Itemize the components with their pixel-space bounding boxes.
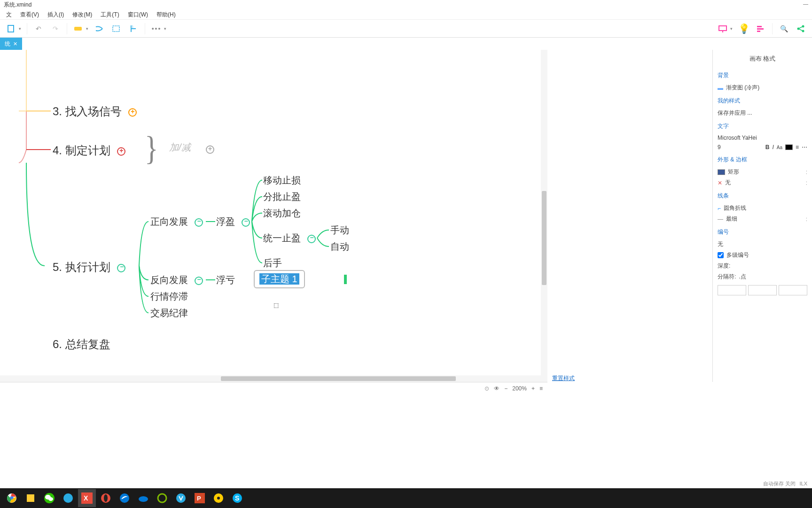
multilevel-checkbox[interactable]: 多级编号	[718, 250, 807, 261]
node-4-ghost[interactable]: 加/减	[169, 141, 191, 154]
node-rolling[interactable]: 滚动加仓	[263, 207, 301, 220]
taskbar-wps[interactable]	[172, 489, 190, 507]
node-fuying[interactable]: 浮盈	[216, 215, 250, 228]
taskbar-opera[interactable]	[97, 489, 115, 507]
collapse-icon[interactable]	[242, 218, 250, 227]
node-manual[interactable]: 手动	[330, 224, 349, 237]
menu-window[interactable]: 窗口(W)	[124, 9, 152, 19]
node-auto[interactable]: 自动	[330, 240, 349, 253]
collapse-icon[interactable]	[117, 264, 125, 272]
chevron-down-icon[interactable]: ▾	[86, 26, 88, 31]
share-button[interactable]	[794, 22, 808, 36]
node-5[interactable]: 5. 执行计划	[53, 260, 125, 275]
chevron-down-icon[interactable]: ▾	[730, 26, 733, 31]
numbering-none[interactable]: 无	[718, 240, 723, 248]
more-text-button[interactable]: ⋯	[802, 144, 807, 151]
menu-help[interactable]: 帮助(H)	[152, 9, 180, 19]
collapse-icon[interactable]	[195, 218, 203, 227]
topic-button[interactable]	[71, 22, 86, 36]
taskbar-disc[interactable]	[210, 489, 227, 507]
separator-value[interactable]: .点	[739, 273, 746, 281]
shape-fill-row[interactable]: 矩形 :	[718, 167, 807, 177]
font-name[interactable]: Microsoft YaHei	[718, 135, 757, 141]
node-4[interactable]: 4. 制定计划	[53, 143, 125, 158]
menu-modify[interactable]: 修改(M)	[68, 9, 96, 19]
menu-view[interactable]: 查看(V)	[16, 9, 43, 19]
chevron-down-icon[interactable]: ▾	[164, 26, 166, 31]
text-color-button[interactable]	[785, 144, 793, 150]
italic-button[interactable]: I	[772, 144, 773, 151]
node-stag[interactable]: 行情停滞	[150, 290, 188, 303]
align-button[interactable]: ≡	[796, 144, 799, 151]
zoom-out-button[interactable]: −	[504, 385, 508, 392]
background-row[interactable]: ▬ 渐变图 (冷声)	[718, 82, 807, 93]
node-discipline[interactable]: 交易纪律	[150, 307, 188, 319]
relationship-button[interactable]	[93, 22, 107, 36]
format-btn-2[interactable]	[748, 285, 777, 295]
case-button[interactable]: Aa	[777, 145, 782, 150]
gantt-button[interactable]	[754, 22, 768, 36]
undo-button[interactable]: ↶	[31, 22, 46, 36]
taskbar-edge[interactable]	[116, 489, 133, 507]
eye-icon[interactable]: 👁	[494, 385, 500, 392]
chevron-down-icon[interactable]: ▾	[19, 26, 21, 31]
new-button[interactable]	[4, 22, 18, 36]
taskbar-skype[interactable]: S	[228, 489, 246, 507]
line-style-row[interactable]: ⌐ 圆角折线	[718, 203, 807, 214]
node-fukui[interactable]: 浮亏	[216, 274, 235, 286]
bold-button[interactable]: B	[765, 144, 770, 151]
idea-button[interactable]: 💡	[737, 22, 751, 36]
zoom-in-button[interactable]: +	[531, 385, 535, 392]
reset-style-link[interactable]: 重置样式	[552, 374, 575, 382]
presentation-button[interactable]	[716, 22, 730, 36]
editing-node[interactable]: 子主题 1	[254, 270, 305, 288]
summary-button[interactable]: }	[126, 22, 141, 36]
shape-border-row[interactable]: ✕ 无 :	[718, 177, 807, 188]
node-batchprofit[interactable]: 分批止盈	[263, 190, 301, 203]
node-unified[interactable]: 统一止盈	[263, 232, 316, 245]
taskbar-circle[interactable]	[153, 489, 171, 507]
redo-button[interactable]: ↷	[48, 22, 62, 36]
collapse-icon[interactable]	[195, 277, 203, 285]
taskbar-chrome[interactable]	[3, 489, 21, 507]
taskbar-globe[interactable]	[59, 489, 77, 507]
horizontal-scrollbar[interactable]	[0, 375, 547, 382]
insert-handle[interactable]	[344, 275, 347, 284]
taskbar-cloud[interactable]	[134, 489, 152, 507]
fit-button[interactable]: ⊙	[484, 385, 489, 392]
canvas[interactable]: 3. 找入场信号 4. 制定计划 } 加/减 5. 执行计划 正向发展 浮盈 移…	[0, 50, 547, 382]
editing-text[interactable]: 子主题 1	[259, 273, 299, 285]
boundary-button[interactable]	[109, 22, 124, 36]
node-movestop[interactable]: 移动止损	[263, 174, 301, 187]
style-save-button[interactable]: 保存并应用 ...	[718, 108, 807, 119]
taskbar-xmind[interactable]: X	[78, 489, 96, 507]
fill-color-icon	[718, 169, 725, 175]
expand-icon[interactable]	[117, 147, 125, 156]
node-forward[interactable]: 正向发展	[150, 215, 203, 228]
node-3[interactable]: 3. 找入场信号	[53, 104, 137, 119]
document-tab[interactable]: 统 ✕	[0, 38, 22, 50]
menu-tools[interactable]: 工具(T)	[96, 9, 123, 19]
node-6[interactable]: 6. 总结复盘	[53, 337, 110, 352]
format-btn-1[interactable]	[718, 285, 746, 295]
depth-label: 深度:	[718, 262, 730, 270]
menu-insert[interactable]: 插入(I)	[43, 9, 68, 19]
taskbar-ppt[interactable]: P	[191, 489, 209, 507]
search-button[interactable]: 🔍	[777, 22, 791, 36]
line-weight-row[interactable]: — 最细 :	[718, 214, 807, 224]
close-icon[interactable]: ✕	[13, 41, 17, 47]
collapse-icon[interactable]	[307, 235, 316, 243]
node-backup[interactable]: 后手	[263, 257, 282, 270]
menu-file[interactable]: 文	[2, 9, 16, 19]
vertical-scrollbar[interactable]	[541, 50, 547, 382]
font-size[interactable]: 9	[718, 144, 721, 151]
taskbar-wechat[interactable]	[40, 489, 58, 507]
node-backward[interactable]: 反向发展	[150, 274, 203, 286]
more-button[interactable]: •••	[149, 22, 164, 36]
expand-icon[interactable]	[206, 145, 214, 154]
expand-icon[interactable]	[128, 108, 137, 117]
minimize-button[interactable]: —	[803, 1, 808, 7]
menu-icon[interactable]: ≡	[539, 385, 543, 392]
taskbar-files[interactable]	[22, 489, 39, 507]
format-btn-3[interactable]	[779, 285, 807, 295]
